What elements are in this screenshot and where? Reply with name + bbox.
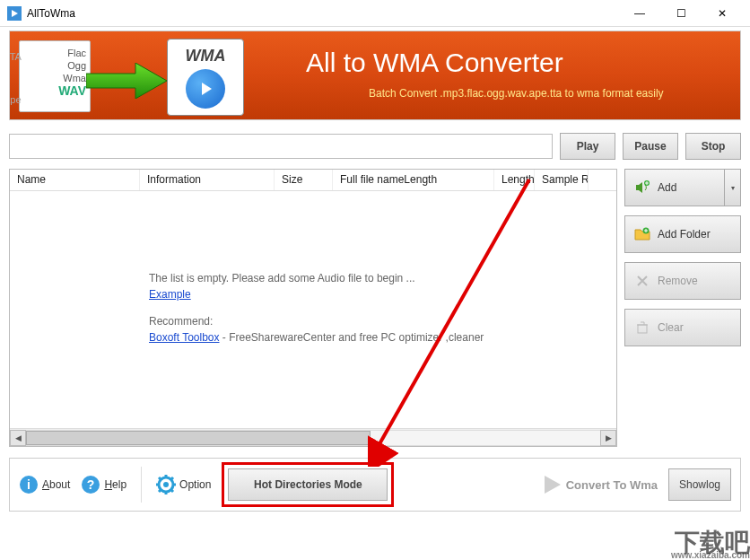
folder-plus-icon [634, 226, 650, 242]
help-button[interactable]: ? Help [81, 475, 126, 494]
scroll-track[interactable] [26, 430, 600, 446]
table-body: The list is empty. Please add some Audio… [10, 191, 616, 428]
column-header[interactable]: Full file nameLength [333, 170, 494, 190]
recommend-label: Recommend: [149, 315, 213, 328]
divider [141, 467, 142, 503]
file-table: NameInformationSizeFull file nameLengthL… [9, 169, 617, 447]
column-header[interactable]: Information [140, 170, 275, 190]
format-ogg: Ogg [23, 59, 86, 72]
titlebar: AllToWma — ☐ ✕ [0, 0, 750, 27]
svg-text:i: i [27, 477, 31, 492]
arrow-icon [86, 63, 167, 99]
watermark-url: www.xiazaiba.com [671, 550, 750, 560]
convert-label: Convert To Wma [566, 478, 658, 492]
hot-directories-button[interactable]: Hot Directories Mode [228, 468, 388, 501]
remove-label: Remove [658, 275, 698, 287]
empty-message: The list is empty. Please add some Audio… [149, 270, 484, 346]
add-button[interactable]: Add [624, 169, 725, 206]
remove-button[interactable]: Remove [624, 262, 741, 300]
play-icon [186, 69, 225, 109]
window-title: AllToWma [27, 7, 619, 20]
about-label: bout [49, 478, 70, 491]
option-label: Option [179, 478, 211, 491]
maximize-button[interactable]: ☐ [660, 0, 702, 26]
example-link[interactable]: Example [149, 288, 191, 301]
format-wma: Wma [23, 72, 86, 84]
app-icon [7, 6, 22, 21]
info-icon: i [19, 475, 39, 494]
watermark: 下载吧 www.xiazaiba.com [675, 526, 750, 560]
progress-bar[interactable] [9, 134, 553, 159]
stop-button[interactable]: Stop [685, 133, 741, 160]
svg-point-11 [163, 482, 169, 487]
add-folder-button[interactable]: Add Folder [624, 215, 741, 253]
close-button[interactable]: ✕ [702, 0, 743, 26]
playback-controls: Play Pause Stop [9, 133, 741, 160]
toolbox-desc: - FreeSharewareCenter and free PC optimi… [220, 331, 484, 344]
window-controls: — ☐ ✕ [619, 0, 743, 26]
about-button[interactable]: i About [19, 475, 70, 494]
svg-line-17 [170, 489, 173, 492]
hot-directories-highlight: Hot Directories Mode [222, 462, 394, 507]
add-button-group: Add ▾ [624, 169, 741, 206]
play-triangle-icon [545, 476, 561, 494]
clear-label: Clear [658, 321, 684, 334]
clear-icon [634, 319, 650, 336]
table-header: NameInformationSizeFull file nameLengthL… [10, 170, 616, 191]
svg-text:?: ? [87, 477, 95, 492]
main-area: NameInformationSizeFull file nameLengthL… [9, 169, 741, 447]
add-label: Add [658, 181, 676, 194]
add-dropdown[interactable]: ▾ [725, 169, 741, 206]
bottom-toolbar: i About ? Help Option Hot Directories Mo… [9, 458, 741, 512]
banner-subtitle: Batch Convert .mp3.flac.ogg.wav.ape.tta … [369, 87, 664, 100]
add-folder-label: Add Folder [658, 228, 711, 241]
help-label: elp [112, 478, 126, 491]
remove-icon [634, 273, 650, 289]
scroll-left-button[interactable]: ◀ [10, 430, 26, 446]
svg-rect-5 [638, 325, 647, 333]
scroll-right-button[interactable]: ▶ [600, 430, 616, 446]
banner-title: All to WMA Converter [306, 48, 563, 78]
speaker-plus-icon [634, 179, 650, 196]
showlog-button[interactable]: Showlog [668, 468, 731, 501]
wma-label: WMA [186, 47, 226, 66]
format-tta: TTA [9, 50, 22, 63]
minimize-button[interactable]: — [619, 0, 660, 26]
format-wav: WAV [58, 83, 86, 98]
convert-button[interactable]: Convert To Wma [545, 476, 658, 494]
column-header[interactable]: Name [10, 170, 140, 190]
banner: TTA Flac Ogg Wma Ape WAV WMA All to WMA … [9, 31, 741, 120]
watermark-text: 下载吧 [675, 529, 750, 556]
svg-line-16 [159, 477, 161, 480]
side-buttons: Add ▾ Add Folder Remove Clear [624, 169, 741, 447]
help-icon: ? [81, 475, 100, 494]
banner-source-formats: TTA Flac Ogg Wma Ape WAV [19, 40, 91, 112]
play-button[interactable]: Play [560, 133, 615, 160]
column-header[interactable]: Length [494, 170, 535, 190]
pause-button[interactable]: Pause [623, 133, 678, 160]
format-flac: Flac [23, 47, 86, 59]
toolbox-link[interactable]: Boxoft Toolbox [149, 331, 220, 344]
banner-target-format: WMA [167, 39, 244, 116]
empty-text: The list is empty. Please add some Audio… [149, 272, 415, 284]
column-header[interactable]: Size [275, 170, 333, 190]
svg-line-18 [170, 477, 173, 480]
scroll-thumb[interactable] [26, 431, 371, 445]
clear-button[interactable]: Clear [624, 309, 741, 346]
horizontal-scrollbar[interactable]: ◀ ▶ [10, 428, 616, 446]
gear-icon [156, 475, 176, 494]
svg-line-19 [159, 489, 161, 492]
option-button[interactable]: Option [156, 475, 211, 494]
svg-marker-2 [202, 83, 212, 95]
format-ape: Ape [9, 93, 22, 106]
column-header[interactable]: Sample Rat [535, 170, 589, 190]
